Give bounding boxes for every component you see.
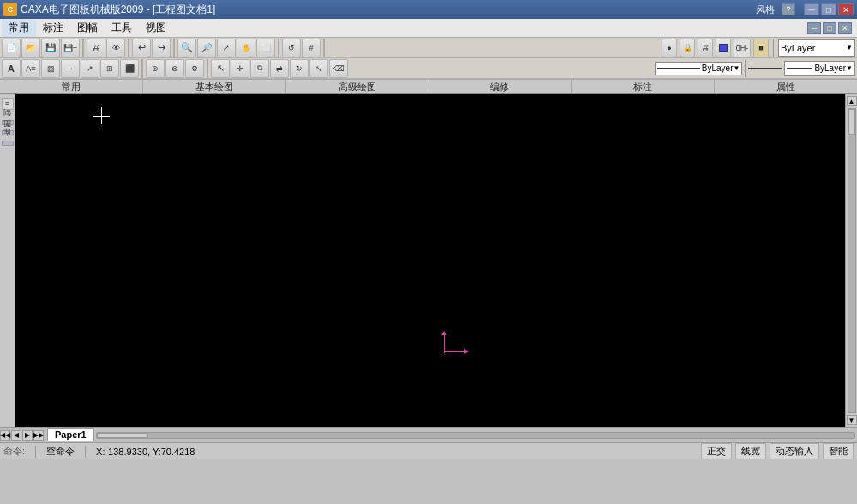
bylayer1-dropdown[interactable]: ByLayer ▼ xyxy=(778,39,855,57)
sidebar-section-zhi[interactable]: 制 xyxy=(2,120,14,125)
menu-biaozu[interactable]: 标注 xyxy=(36,20,70,37)
title-window-controls[interactable]: 风格 ? ─ □ ✕ xyxy=(756,3,854,16)
select-button[interactable]: ↖ xyxy=(211,59,230,78)
sidebar-section-ku[interactable]: 库 xyxy=(2,141,14,146)
pan-button[interactable]: ✋ xyxy=(237,39,255,57)
rotate-button[interactable]: ↻ xyxy=(290,59,309,78)
printpreview-icon: 👁 xyxy=(112,44,120,52)
new-button[interactable]: 📄 xyxy=(2,39,21,57)
menu-shitu[interactable]: 视图 xyxy=(139,20,173,37)
save-button[interactable]: 💾 xyxy=(41,39,60,57)
inner-close[interactable]: ✕ xyxy=(838,22,852,34)
status-buttons: 正交 线宽 动态输入 智能 xyxy=(701,443,854,459)
sheet-nav-first[interactable]: ◀◀ xyxy=(0,430,10,441)
scroll-track[interactable] xyxy=(848,108,856,413)
grid-icon: # xyxy=(309,44,313,52)
mtext-button[interactable]: A≡ xyxy=(21,59,40,78)
scroll-up-button[interactable]: ▲ xyxy=(847,96,857,106)
layer-visible-button[interactable]: ● xyxy=(662,39,677,57)
inner-minimize[interactable]: ─ xyxy=(807,22,821,34)
print-button[interactable]: 🖨 xyxy=(87,39,105,57)
block-button[interactable]: ⬛ xyxy=(120,59,139,78)
erase-button[interactable]: ⌫ xyxy=(329,59,348,78)
crosshair-cursor xyxy=(93,107,110,124)
table-button[interactable]: ⊞ xyxy=(100,59,119,78)
restore-button[interactable]: □ xyxy=(821,3,836,15)
sheet-nav-prev[interactable]: ◀ xyxy=(11,430,21,441)
explode-button[interactable]: ⊗ xyxy=(165,59,184,78)
sidebar-section-tu[interactable]: 图 xyxy=(2,130,14,135)
open-button[interactable]: 📂 xyxy=(21,39,40,57)
text-button[interactable]: A xyxy=(2,59,21,78)
layer-color-button[interactable] xyxy=(716,39,731,57)
redo-icon: ↪ xyxy=(158,42,165,53)
dimension-button[interactable]: ↔ xyxy=(61,59,80,78)
menu-gongju[interactable]: 工具 xyxy=(105,20,139,37)
regen-icon: ↺ xyxy=(288,44,295,52)
mtext-icon: A≡ xyxy=(26,64,35,73)
zoom-out-button[interactable]: 🔎 xyxy=(197,39,216,57)
layer-mgr-button[interactable]: ■ xyxy=(753,39,769,57)
horizontal-scrollbar[interactable] xyxy=(94,428,857,442)
lineweight-preview2 xyxy=(787,68,812,69)
hscroll-track[interactable] xyxy=(96,432,855,439)
scale-button[interactable]: ⤡ xyxy=(309,59,328,78)
linewidth-button[interactable]: 线宽 xyxy=(735,443,766,459)
hscroll-thumb[interactable] xyxy=(97,433,148,438)
zoom-all-button[interactable]: ⤢ xyxy=(217,39,236,57)
scroll-down-button[interactable]: ▼ xyxy=(847,415,857,425)
regen-button[interactable]: ↺ xyxy=(282,39,301,57)
section-jibenhui: 基本绘图 xyxy=(143,80,286,93)
menu-tufu[interactable]: 图幅 xyxy=(70,20,105,37)
bylayer2-arrow: ▼ xyxy=(733,64,740,72)
dynamic-input-button[interactable]: 动态输入 xyxy=(770,443,819,459)
drawing-canvas[interactable] xyxy=(15,94,845,427)
bylayer3-dropdown[interactable]: ByLayer ▼ xyxy=(784,61,855,76)
bylayer2-dropdown[interactable]: ByLayer ▼ xyxy=(655,62,743,75)
ortho-button[interactable]: 正交 xyxy=(701,443,732,459)
hatch-button[interactable]: ▨ xyxy=(41,59,60,78)
minimize-button[interactable]: ─ xyxy=(804,3,819,15)
printpreview-button[interactable]: 👁 xyxy=(106,39,125,57)
saveas-button[interactable]: 💾+ xyxy=(61,39,80,57)
inner-controls[interactable]: ─ □ ✕ xyxy=(807,22,852,34)
dimension-icon: ↔ xyxy=(67,64,75,73)
grid-button[interactable]: # xyxy=(302,39,321,57)
zoom-window-button[interactable]: ⬜ xyxy=(256,39,275,57)
insert-block-icon: ⊕ xyxy=(152,64,159,73)
layer-print-button[interactable]: 🖨 xyxy=(698,39,713,57)
zoom-out-icon: 🔎 xyxy=(201,43,212,52)
section-biaozu: 标注 xyxy=(572,80,715,93)
leader-button[interactable]: ↗ xyxy=(81,59,99,78)
lineweight-preview1 xyxy=(748,68,782,69)
properties-button[interactable]: ⚙ xyxy=(185,59,204,78)
layer-lock-button[interactable]: 🔒 xyxy=(680,39,695,57)
scroll-thumb[interactable] xyxy=(848,109,855,135)
menu-changyong[interactable]: 常用 xyxy=(2,20,36,37)
sheet-nav-next[interactable]: ▶ xyxy=(22,430,33,441)
save-icon: 💾 xyxy=(45,43,56,52)
toolbar-row-1: 📄 📂 💾 💾+ 🖨 👁 ↩ ↪ 🔍 🔎 ⤢ ✋ ⬜ ↺ xyxy=(0,38,857,58)
close-button[interactable]: ✕ xyxy=(838,3,854,15)
zoom-in-button[interactable]: 🔍 xyxy=(177,39,196,57)
hatch-icon: ▨ xyxy=(47,64,55,73)
sheet-nav-last[interactable]: ▶▶ xyxy=(33,430,44,441)
vertical-scrollbar[interactable]: ▲ ▼ xyxy=(845,94,857,427)
explode-icon: ⊗ xyxy=(171,64,178,73)
undo-button[interactable]: ↩ xyxy=(132,39,151,57)
mirror-button[interactable]: ⇄ xyxy=(270,59,289,78)
copy-button[interactable]: ⧉ xyxy=(250,59,269,78)
help-button[interactable]: ? xyxy=(782,3,795,15)
move-button[interactable]: ✛ xyxy=(231,59,249,78)
bylayer1-label: ByLayer xyxy=(781,43,815,53)
inner-restore[interactable]: □ xyxy=(823,22,836,34)
section-shuxing: 属性 xyxy=(715,80,857,93)
smart-button[interactable]: 智能 xyxy=(823,443,854,459)
insert-block-button[interactable]: ⊕ xyxy=(146,59,165,78)
menu-bar: 常用 标注 图幅 工具 视图 ─ □ ✕ xyxy=(0,19,857,38)
line-preview xyxy=(657,68,700,69)
sidebar-btn-1[interactable]: ≡ xyxy=(2,98,14,110)
redo-button[interactable]: ↪ xyxy=(152,39,171,57)
undo-icon: ↩ xyxy=(138,42,146,53)
sheet-tab-paper1[interactable]: Paper1 xyxy=(47,428,94,441)
